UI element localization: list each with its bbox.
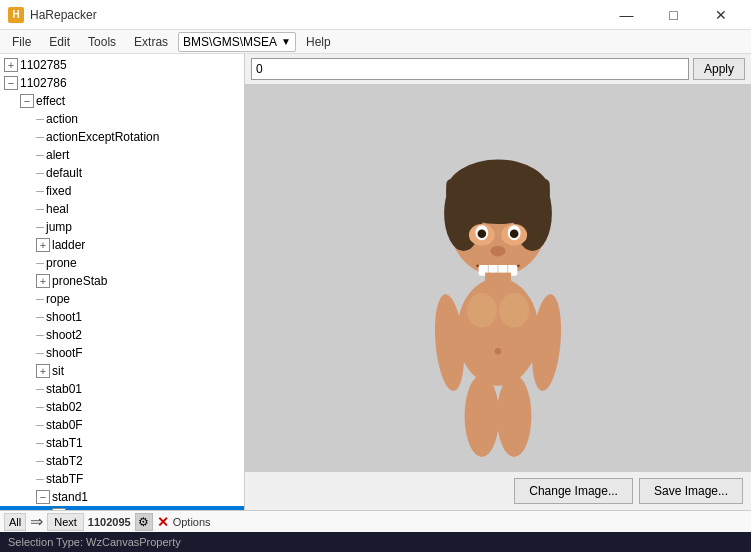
tree-item[interactable]: −stand1 (0, 488, 244, 506)
expand-icon[interactable]: + (4, 58, 18, 72)
tree-item[interactable]: default (0, 164, 244, 182)
options-label[interactable]: Options (173, 516, 211, 528)
tree-item-label: stabTF (46, 472, 83, 486)
tree-item[interactable]: stabTF (0, 470, 244, 488)
tree-item[interactable]: rope (0, 290, 244, 308)
next-label: Next (54, 516, 77, 528)
tree-item-label: proneStab (52, 274, 107, 288)
selection-type-text: Selection Type: WzCanvasProperty (8, 536, 181, 548)
close-button[interactable]: ✕ (698, 0, 743, 30)
connector-line (36, 191, 44, 192)
buttons-row: Change Image... Save Image... (245, 472, 751, 510)
right-panel: Apply (245, 54, 751, 510)
svg-point-21 (497, 375, 531, 457)
menu-extras[interactable]: Extras (126, 33, 176, 51)
change-image-button[interactable]: Change Image... (514, 478, 633, 504)
svg-point-10 (478, 230, 487, 239)
tree-item[interactable]: stabT1 (0, 434, 244, 452)
connector-line (36, 227, 44, 228)
connector-line (36, 353, 44, 354)
tree-item[interactable]: fixed (0, 182, 244, 200)
canvas-area (245, 84, 751, 472)
connector-line (36, 479, 44, 480)
bottom-strip: Selection Type: WzCanvasProperty (0, 532, 751, 552)
connector-line (36, 425, 44, 426)
connector-line (36, 263, 44, 264)
tree-item-label: jump (46, 220, 72, 234)
svg-point-24 (499, 293, 529, 327)
window-title: HaRepacker (30, 8, 97, 22)
tree-item-label: shoot2 (46, 328, 82, 342)
tree-item-label: stabT1 (46, 436, 83, 450)
tree-item[interactable]: actionExceptRotation (0, 128, 244, 146)
tree-item[interactable]: −1102786 (0, 74, 244, 92)
svg-point-11 (510, 230, 519, 239)
svg-rect-17 (485, 273, 511, 295)
tree-item[interactable]: jump (0, 218, 244, 236)
app-icon: H (8, 7, 24, 23)
value-input[interactable] (251, 58, 689, 80)
dropdown-arrow-icon: ▼ (281, 36, 291, 47)
tree-item[interactable]: shoot2 (0, 326, 244, 344)
tree-item[interactable]: +ladder (0, 236, 244, 254)
arrow-icon: ⇒ (30, 512, 43, 531)
tree-item-label: shoot1 (46, 310, 82, 324)
connector-line (36, 461, 44, 462)
collapse-icon[interactable]: − (4, 76, 18, 90)
tree-item[interactable]: alert (0, 146, 244, 164)
tree-item-label: sit (52, 364, 64, 378)
expand-icon[interactable]: + (36, 274, 50, 288)
region-value: BMS\GMS\MSEA (183, 35, 277, 49)
tree-item[interactable]: prone (0, 254, 244, 272)
menu-help[interactable]: Help (298, 33, 339, 51)
maximize-button[interactable]: □ (651, 0, 696, 30)
tree-item[interactable]: stab0F (0, 416, 244, 434)
tree-item[interactable]: +proneStab (0, 272, 244, 290)
tree-item[interactable]: stab01 (0, 380, 244, 398)
svg-point-20 (465, 375, 499, 457)
tree-container[interactable]: +1102785−1102786−effectactionactionExcep… (0, 54, 244, 510)
apply-button[interactable]: Apply (693, 58, 745, 80)
menu-tools[interactable]: Tools (80, 33, 124, 51)
collapse-icon[interactable]: − (36, 490, 50, 504)
svg-point-23 (467, 293, 497, 327)
connector-line (36, 389, 44, 390)
tree-item[interactable]: +sit (0, 362, 244, 380)
tree-item-label: effect (36, 94, 65, 108)
svg-point-22 (495, 348, 501, 354)
tree-item[interactable]: heal (0, 200, 244, 218)
minimize-button[interactable]: — (604, 0, 649, 30)
expand-icon[interactable]: + (36, 238, 50, 252)
tree-item[interactable]: +1102785 (0, 56, 244, 74)
tree-item[interactable]: −effect (0, 92, 244, 110)
collapse-icon[interactable]: − (20, 94, 34, 108)
tree-item[interactable]: stab02 (0, 398, 244, 416)
tree-item-label: shootF (46, 346, 83, 360)
region-dropdown[interactable]: BMS\GMS\MSEA ▼ (178, 32, 296, 52)
tree-item-label: 1102786 (20, 76, 67, 90)
all-button[interactable]: All (4, 513, 26, 531)
tree-item[interactable]: stabT2 (0, 452, 244, 470)
tree-item[interactable]: action (0, 110, 244, 128)
title-bar-left: H HaRepacker (8, 7, 97, 23)
tree-item[interactable]: shootF (0, 344, 244, 362)
connector-line (36, 335, 44, 336)
connector-line (36, 209, 44, 210)
tree-item-label: stab01 (46, 382, 82, 396)
window-controls: — □ ✕ (604, 0, 743, 30)
tree-item-label: fixed (46, 184, 71, 198)
character-svg (245, 84, 751, 472)
menu-edit[interactable]: Edit (41, 33, 78, 51)
save-image-button[interactable]: Save Image... (639, 478, 743, 504)
svg-rect-5 (446, 179, 549, 206)
all-label: All (9, 516, 21, 528)
tree-item-label: heal (46, 202, 69, 216)
expand-icon[interactable]: + (36, 364, 50, 378)
tree-item-label: 1102785 (20, 58, 67, 72)
next-button[interactable]: Next (47, 513, 84, 531)
status-bar: All ⇒ Next 1102095 ⚙ ✕ Options (0, 510, 751, 532)
tree-item-label: ladder (52, 238, 85, 252)
menu-file[interactable]: File (4, 33, 39, 51)
tree-item[interactable]: shoot1 (0, 308, 244, 326)
settings-icon[interactable]: ⚙ (135, 513, 153, 531)
